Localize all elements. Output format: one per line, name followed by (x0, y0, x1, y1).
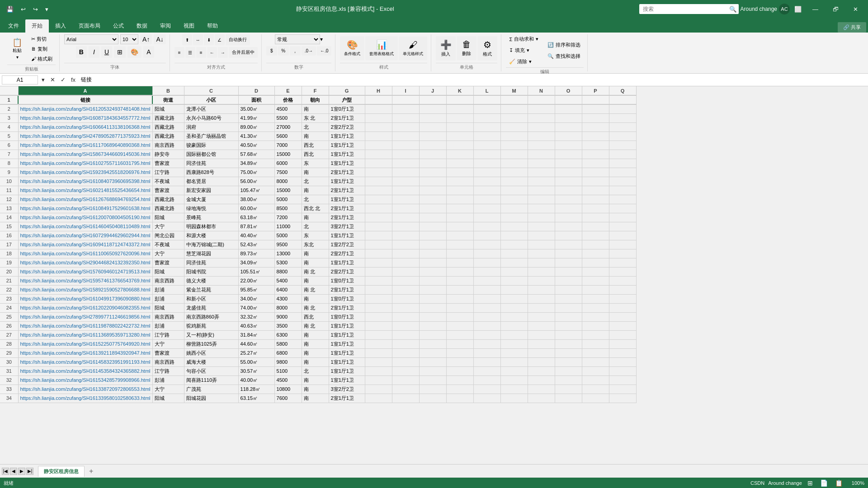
cut-button[interactable]: ✂ 剪切 (28, 34, 56, 44)
cell-G8[interactable]: 1室1厅1卫 (329, 159, 365, 168)
cell-O6[interactable] (555, 141, 582, 150)
cell-D22[interactable]: 95.85㎡ (238, 285, 274, 294)
cell-G34[interactable]: 2室1厅1卫 (329, 394, 365, 403)
cell-P28[interactable] (582, 339, 609, 348)
cell-Q13[interactable] (609, 204, 636, 213)
cell-H7[interactable] (365, 150, 392, 159)
cell-C19[interactable]: 同济佳苑 (184, 258, 238, 267)
cell-M32[interactable] (500, 375, 528, 385)
cell-G32[interactable]: 1室1厅1卫 (329, 375, 365, 385)
cell-G5[interactable]: 1室1厅1卫 (329, 131, 365, 141)
cell-B6[interactable]: 南京西路 (152, 141, 184, 150)
cell-J20[interactable] (419, 267, 446, 276)
cell-K27[interactable] (446, 330, 473, 339)
sheet-scroll-last[interactable]: ▶| (26, 468, 33, 475)
cell-K8[interactable] (446, 159, 473, 168)
cell-I27[interactable] (392, 330, 419, 339)
cell-P26[interactable] (582, 321, 609, 330)
cell-J10[interactable] (419, 177, 446, 186)
cell-A6[interactable]: https://sh.lianjia.com/zufang/SH16117068… (18, 141, 152, 150)
cell-H10[interactable] (365, 177, 392, 186)
cell-M22[interactable] (500, 285, 528, 294)
decrease-decimal-button[interactable]: ←.0 (317, 46, 331, 56)
cell-G7[interactable]: 1室1厅1卫 (329, 150, 365, 159)
cell-I25[interactable] (392, 312, 419, 321)
col-header-e[interactable]: E (274, 86, 302, 95)
cell-styles-button[interactable]: 🖌 单元格样式 (399, 37, 427, 60)
cell-G6[interactable]: 1室1厅1卫 (329, 141, 365, 150)
cell-C3[interactable]: 永兴小马路60号 (184, 113, 238, 122)
cell-A8[interactable]: https://sh.lianjia.com/zufang/SH16102755… (18, 159, 152, 168)
cell-L32[interactable] (473, 375, 500, 385)
cell-B32[interactable]: 彭浦 (152, 375, 184, 385)
cell-C2[interactable]: 龙潭小区 (184, 104, 238, 113)
cell-D2[interactable]: 35.00㎡ (238, 104, 274, 113)
cell-K5[interactable] (446, 131, 473, 141)
cell-H17[interactable] (365, 240, 392, 249)
cell-F16[interactable]: 东 (302, 231, 329, 240)
cell-C25[interactable]: 南京西路860弄 (184, 312, 238, 321)
cell-C24[interactable]: 龙盛佳苑 (184, 303, 238, 312)
cell-I24[interactable] (392, 303, 419, 312)
cell-Q21[interactable] (609, 276, 636, 285)
cell-H24[interactable] (365, 303, 392, 312)
cell-K17[interactable] (446, 240, 473, 249)
cell-J34[interactable] (419, 394, 446, 403)
insert-function-button[interactable]: fx (69, 75, 77, 84)
cell-D14[interactable]: 63.18㎡ (238, 213, 274, 222)
cell-C12[interactable]: 金城大厦 (184, 195, 238, 204)
cell-M29[interactable] (500, 348, 528, 357)
cell-N2[interactable] (528, 104, 555, 113)
cell-P11[interactable] (582, 186, 609, 195)
cell-B25[interactable]: 南京西路 (152, 312, 184, 321)
share-button[interactable]: 🔗 共享 (838, 22, 866, 33)
cell-E12[interactable]: 5000 (274, 195, 302, 204)
cell-K28[interactable] (446, 339, 473, 348)
cell-K11[interactable] (446, 186, 473, 195)
cell-O24[interactable] (555, 303, 582, 312)
cell-Q9[interactable] (609, 168, 636, 177)
cell-i1[interactable] (392, 95, 419, 104)
cell-K32[interactable] (446, 375, 473, 385)
cell-G24[interactable]: 2室1厅1卫 (329, 303, 365, 312)
cell-B30[interactable]: 南京西路 (152, 357, 184, 366)
cell-M25[interactable] (500, 312, 528, 321)
cell-d1[interactable]: 面积 (238, 95, 274, 104)
sheet-scroll-next[interactable]: ▶ (18, 468, 25, 475)
grid-container[interactable]: A B C D E F G H I J K L M N O P Q (0, 86, 868, 464)
cell-Q11[interactable] (609, 186, 636, 195)
formula-input[interactable] (79, 76, 866, 84)
cell-Q17[interactable] (609, 240, 636, 249)
cell-O30[interactable] (555, 357, 582, 366)
cell-B22[interactable]: 彭浦 (152, 285, 184, 294)
cell-Q27[interactable] (609, 330, 636, 339)
cell-F21[interactable]: 南 (302, 276, 329, 285)
col-header-b[interactable]: B (152, 86, 184, 95)
cell-L22[interactable] (473, 285, 500, 294)
cell-B33[interactable]: 大宁 (152, 385, 184, 394)
cell-I31[interactable] (392, 366, 419, 375)
cell-C11[interactable]: 新宏安家园 (184, 186, 238, 195)
cell-I29[interactable] (392, 348, 419, 357)
cell-I14[interactable] (392, 213, 419, 222)
cell-O13[interactable] (555, 204, 582, 213)
align-top-button[interactable]: ⬆ (182, 34, 192, 45)
cell-N31[interactable] (528, 366, 555, 375)
cell-Q10[interactable] (609, 177, 636, 186)
cell-L27[interactable] (473, 330, 500, 339)
cell-D16[interactable]: 40.40㎡ (238, 231, 274, 240)
cell-C21[interactable]: 德义大楼 (184, 276, 238, 285)
cell-L19[interactable] (473, 258, 500, 267)
cell-O15[interactable] (555, 222, 582, 231)
cell-F26[interactable]: 南 北 (302, 321, 329, 330)
cell-I22[interactable] (392, 285, 419, 294)
cell-E2[interactable]: 4500 (274, 104, 302, 113)
cell-O18[interactable] (555, 249, 582, 258)
col-header-i[interactable]: I (392, 86, 419, 95)
cell-H16[interactable] (365, 231, 392, 240)
tab-insert[interactable]: 插入 (49, 19, 72, 33)
cell-M21[interactable] (500, 276, 528, 285)
cell-M6[interactable] (500, 141, 528, 150)
tab-file[interactable]: 文件 (2, 19, 25, 33)
cell-B4[interactable]: 西藏北路 (152, 122, 184, 131)
